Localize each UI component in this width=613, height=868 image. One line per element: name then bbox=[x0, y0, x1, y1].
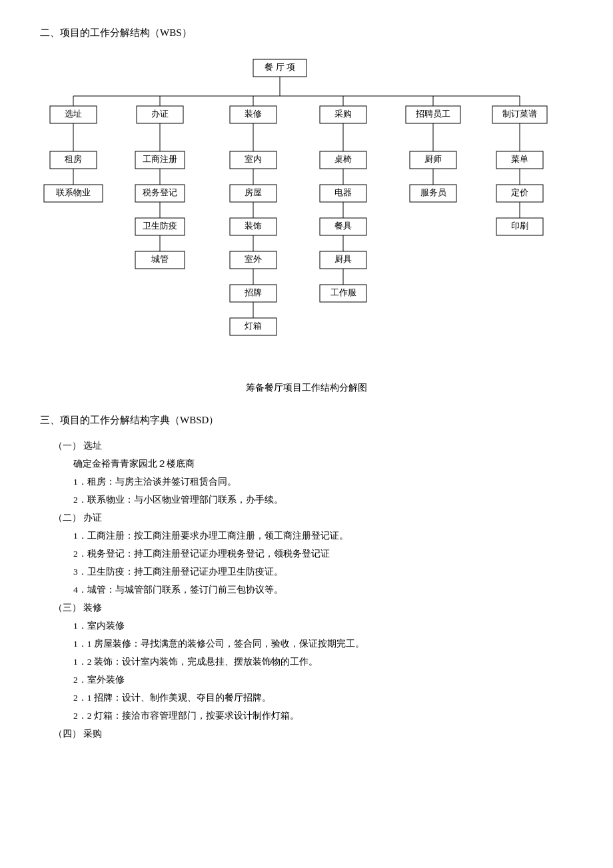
wbsd-item: 4．城管：与城管部门联系，签订门前三包协议等。 bbox=[73, 581, 573, 599]
wbsd-item: 1．室内装修 bbox=[73, 617, 573, 635]
svg-text:厨师: 厨师 bbox=[424, 154, 442, 164]
wbs-container: .box { fill: white; stroke: black; strok… bbox=[40, 53, 573, 375]
svg-text:采购: 采购 bbox=[334, 109, 352, 119]
svg-text:房屋: 房屋 bbox=[245, 187, 262, 197]
wbsd-item: 3．卫生防疫：持工商注册登记证办理卫生防疫证。 bbox=[73, 563, 573, 581]
svg-text:工商注册: 工商注册 bbox=[143, 154, 177, 164]
svg-text:室内: 室内 bbox=[245, 154, 262, 164]
wbsd-item: 2．2 灯箱：接洽市容管理部门，按要求设计制作灯箱。 bbox=[73, 707, 573, 725]
svg-text:城管: 城管 bbox=[151, 254, 169, 264]
section3: 三、项目的工作分解结构字典（WBSD） （一） 选址 确定金裕青青家园北２楼底商… bbox=[40, 414, 573, 743]
svg-text:厨具: 厨具 bbox=[334, 254, 352, 264]
svg-text:定价: 定价 bbox=[511, 187, 528, 197]
wbsd-item: 确定金裕青青家园北２楼底商 bbox=[73, 455, 573, 473]
wbsd-item: 1．租房：与房主洽谈并签订租赁合同。 bbox=[73, 473, 573, 491]
svg-text:装修: 装修 bbox=[245, 109, 262, 119]
wbs-diagram: .box { fill: white; stroke: black; strok… bbox=[40, 53, 560, 373]
svg-text:选址: 选址 bbox=[65, 109, 82, 119]
svg-text:菜单: 菜单 bbox=[511, 154, 528, 164]
section3-title: 三、项目的工作分解结构字典（WBSD） bbox=[40, 414, 573, 427]
section2-title: 二、项目的工作分解结构（WBS） bbox=[40, 27, 573, 39]
wbsd-item: （四） 采购 bbox=[53, 725, 573, 743]
svg-text:租房: 租房 bbox=[65, 154, 82, 164]
svg-text:税务登记: 税务登记 bbox=[143, 187, 177, 197]
svg-text:服务员: 服务员 bbox=[420, 187, 446, 197]
svg-text:工作服: 工作服 bbox=[330, 287, 356, 297]
svg-text:制订菜谱: 制订菜谱 bbox=[502, 109, 537, 119]
wbsd-item: （二） 办证 bbox=[53, 509, 573, 527]
wbsd-item: 1．工商注册：按工商注册要求办理工商注册，领工商注册登记证。 bbox=[73, 527, 573, 545]
wbsd-item: 2．税务登记：持工商注册登记证办理税务登记，领税务登记证 bbox=[73, 545, 573, 563]
svg-text:联系物业: 联系物业 bbox=[56, 187, 91, 197]
svg-text:灯箱: 灯箱 bbox=[245, 321, 262, 331]
svg-text:桌椅: 桌椅 bbox=[334, 154, 352, 164]
svg-text:招聘员工: 招聘员工 bbox=[415, 109, 450, 119]
svg-text:办证: 办证 bbox=[151, 109, 169, 119]
svg-text:印刷: 印刷 bbox=[511, 221, 528, 231]
wbsd-item: 2．1 招牌：设计、制作美观、夺目的餐厅招牌。 bbox=[73, 689, 573, 707]
section2: 二、项目的工作分解结构（WBS） .box { fill: white; str… bbox=[40, 27, 573, 394]
wbsd-item: （三） 装修 bbox=[53, 599, 573, 617]
wbs-caption: 筹备餐厅项目工作结构分解图 bbox=[40, 382, 573, 394]
wbsd-item: 2．室外装修 bbox=[73, 671, 573, 689]
svg-text:装饰: 装饰 bbox=[245, 221, 262, 231]
svg-text:卫生防疫: 卫生防疫 bbox=[143, 221, 177, 231]
svg-text:室外: 室外 bbox=[245, 254, 262, 264]
wbsd-item: （一） 选址 bbox=[53, 437, 573, 455]
svg-text:餐具: 餐具 bbox=[334, 221, 352, 231]
wbsd-item: 1．2 装饰：设计室内装饰，完成悬挂、摆放装饰物的工作。 bbox=[73, 653, 573, 671]
svg-text:电器: 电器 bbox=[334, 187, 352, 197]
wbsd-item: 1．1 房屋装修：寻找满意的装修公司，签合同，验收，保证按期完工。 bbox=[73, 635, 573, 653]
svg-text:餐  厅  项: 餐 厅 项 bbox=[265, 62, 295, 72]
svg-text:招牌: 招牌 bbox=[244, 287, 262, 297]
wbsd-content: （一） 选址 确定金裕青青家园北２楼底商 1．租房：与房主洽谈并签订租赁合同。 … bbox=[40, 437, 573, 743]
wbsd-item: 2．联系物业：与小区物业管理部门联系，办手续。 bbox=[73, 491, 573, 509]
